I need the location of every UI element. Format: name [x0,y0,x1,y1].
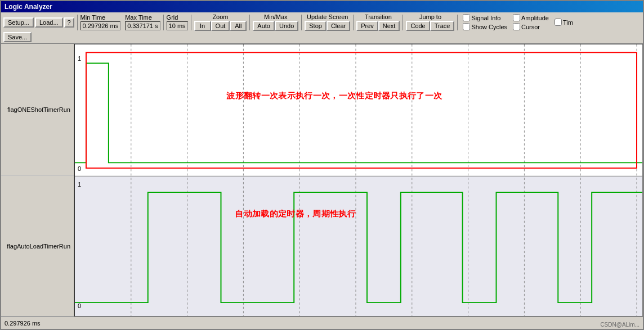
zoom-label: Zoom [194,13,247,20]
sep7 [402,15,403,30]
amplitude-label: Amplitude [521,15,549,21]
signal-info-checkbox[interactable] [463,14,470,21]
signal-labels: flagONEShotTimerRun flagAutoLoadTimerRun [1,44,74,317]
update-section: Update Screen Stop Clear [305,13,350,31]
max-time-value: 0.337171 s [125,21,160,30]
minmax-buttons: Auto Undo [253,21,298,31]
svg-text:波形翻转一次表示执行一次，一次性定时器只执行了一次: 波形翻转一次表示执行一次，一次性定时器只执行了一次 [226,91,442,100]
signal-name-1: flagONEShotTimerRun [7,106,70,113]
svg-text:自动加载的定时器，周期性执行: 自动加载的定时器，周期性执行 [235,209,356,218]
update-screen-label: Update Screen [305,13,350,20]
transition-label: Transition [356,13,400,20]
signal-name-2: flagAutoLoadTimerRun [7,243,70,250]
zoom-section: Zoom In Out All [194,13,247,31]
update-buttons: Stop Clear [305,21,350,31]
toolbar-row-2: Save... [3,32,641,42]
zoom-in-button[interactable]: In [194,21,211,31]
checkbox-section3: Tim [554,19,573,26]
max-time-section: Max Time 0.337171 s [125,14,160,30]
title-bar: Logic Analyzer [1,1,643,12]
trace-button[interactable]: Trace [430,21,455,31]
show-cycles-label: Show Cycles [471,24,507,30]
sep4 [249,15,250,30]
sep8 [457,15,458,30]
tim-group: Tim [554,19,573,26]
watermark: CSDN@ALim... [600,322,639,328]
auto-button[interactable]: Auto [253,21,275,31]
checkbox-section: Signal Info Show Cycles [463,14,507,30]
clear-button[interactable]: Clear [327,21,350,31]
load-button[interactable]: Load... [35,17,63,28]
prev-button[interactable]: Prev [356,21,378,31]
sep6 [353,15,354,30]
transition-section: Transition Prev Next [356,13,400,31]
tim-label: Tim [563,19,573,26]
signal-info-label: Signal Info [471,15,500,21]
grid-section: Grid 10 ms [167,14,188,30]
show-cycles-checkbox[interactable] [463,23,470,30]
cursor-label: Cursor [521,24,540,30]
svg-text:1: 1 [78,55,81,62]
svg-text:0: 0 [78,302,81,309]
setup-button[interactable]: Setup... [3,17,34,28]
signal-label-1: flagONEShotTimerRun [1,44,74,176]
main-window: Logic Analyzer Setup... Load... ? Min Ti… [0,0,644,330]
save-button[interactable]: Save... [3,32,32,42]
show-cycles-group: Show Cycles [463,23,507,30]
cursor-checkbox[interactable] [513,23,520,30]
zoom-out-button[interactable]: Out [211,21,230,31]
sep3 [191,15,191,30]
signal-info-group: Signal Info [463,14,507,21]
svg-rect-1 [75,176,642,316]
toolbar: Setup... Load... ? Min Time 0.297926 ms … [1,12,643,44]
zoom-buttons: In Out All [194,21,247,31]
amplitude-group: Amplitude [513,14,549,21]
cursor-group: Cursor [513,23,549,30]
minmax-label: Min/Max [253,13,298,20]
grid-value: 10 ms [167,21,188,30]
jumpto-buttons: Code Trace [406,21,454,31]
sep5 [301,15,302,30]
help-button[interactable]: ? [64,17,74,28]
code-button[interactable]: Code [406,21,430,31]
waveform-area: 1 0 1 0 波形翻转一次表示执行一次，一次性定时器只执行了一次 自动加载的定… [74,44,643,317]
undo-button[interactable]: Undo [275,21,298,31]
status-time: 0.297926 ms [5,320,41,327]
toolbar-row-1: Setup... Load... ? Min Time 0.297926 ms … [3,13,641,31]
signal-label-2: flagAutoLoadTimerRun [1,176,74,317]
stop-button[interactable]: Stop [305,21,327,31]
svg-text:0: 0 [78,165,81,172]
checkbox-section2: Amplitude Cursor [513,14,549,30]
svg-rect-0 [75,44,642,176]
jumpto-label: Jump to [406,13,454,20]
window-title: Logic Analyzer [5,3,52,11]
svg-text:1: 1 [78,182,81,188]
next-button[interactable]: Next [378,21,400,31]
transition-buttons: Prev Next [356,21,400,31]
waveform-svg: 1 0 1 0 波形翻转一次表示执行一次，一次性定时器只执行了一次 自动加载的定… [75,44,642,316]
tim-checkbox[interactable] [554,19,562,26]
grid-label: Grid [167,14,188,21]
sep2 [163,15,164,30]
minmax-section: Min/Max Auto Undo [253,13,298,31]
time-section: Min Time 0.297926 ms [80,14,121,30]
jumpto-section: Jump to Code Trace [406,13,454,31]
zoom-all-button[interactable]: All [230,21,247,31]
main-content: flagONEShotTimerRun flagAutoLoadTimerRun [1,44,643,317]
amplitude-checkbox[interactable] [513,14,520,21]
sep1 [77,15,78,30]
min-time-label: Min Time [80,14,121,21]
status-bar: 0.297926 ms CSDN@ALim... [1,317,643,329]
max-time-label: Max Time [125,14,160,21]
min-time-value: 0.297926 ms [80,21,121,30]
